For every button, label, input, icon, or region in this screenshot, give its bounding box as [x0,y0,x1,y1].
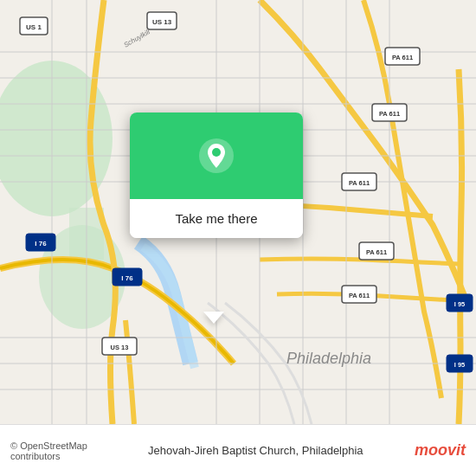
popup-tail [203,312,224,324]
svg-text:I 76: I 76 [121,274,133,282]
moovit-logo: moovit [415,441,466,460]
svg-text:PA 611: PA 611 [366,248,387,256]
svg-text:PA 611: PA 611 [349,179,370,187]
svg-text:US 13: US 13 [152,18,172,26]
svg-text:PA 611: PA 611 [349,292,370,299]
popup-green-area [130,113,303,199]
svg-text:US 13: US 13 [111,344,129,351]
popup-card: Take me there [130,113,303,238]
svg-text:I 95: I 95 [454,300,466,308]
svg-text:US 1: US 1 [26,23,42,31]
take-me-there-button[interactable]: Take me there [130,199,303,238]
map-container: US 1 US 13 I 76 I 76 PA 611 PA 611 PA 61… [0,0,476,424]
copyright-text: © OpenStreetMap contributors [10,441,139,461]
svg-point-47 [212,148,221,157]
svg-text:PA 611: PA 611 [392,54,413,61]
svg-text:Philadelphia: Philadelphia [286,350,371,367]
location-name: Jehovah-Jireh Baptist Church, Philadelph… [148,444,406,457]
svg-text:I 76: I 76 [35,240,47,248]
svg-text:I 95: I 95 [454,361,466,369]
location-pin-icon [197,137,235,175]
moovit-text: moovit [415,441,466,460]
bottom-bar: © OpenStreetMap contributors Jehovah-Jir… [0,424,476,476]
svg-text:PA 611: PA 611 [379,110,400,118]
